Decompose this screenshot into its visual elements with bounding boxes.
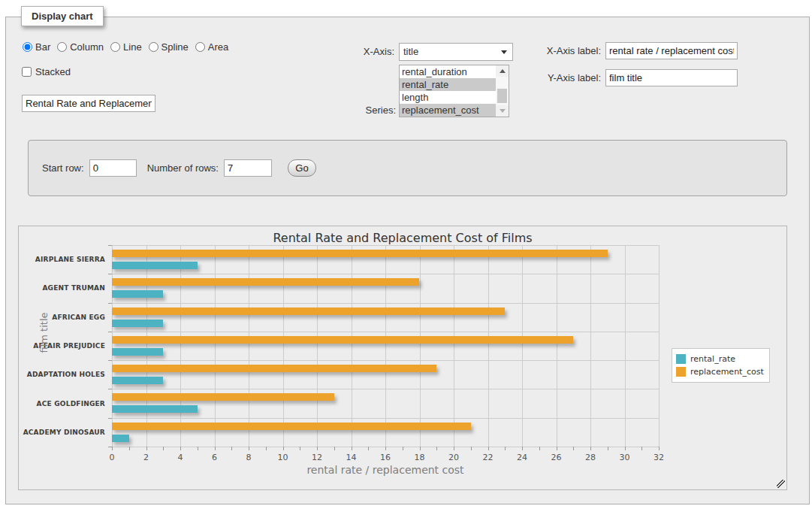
legend-swatch-icon [676,367,686,377]
rows-panel: Start row: Number of rows: Go [28,140,787,196]
gridline-vertical [215,245,216,447]
scroll-down-button[interactable] [496,105,509,117]
legend-series-label: replacement_cost [690,367,764,377]
chart-type-radio-line[interactable] [110,42,120,52]
category-label: AGENT TRUMAN [22,284,109,292]
x-tick-mark [129,447,130,450]
panel-title-label: Display chart [32,11,93,22]
bar-rental_rate [112,290,163,298]
series-scrollbar[interactable] [496,65,509,117]
x-tick-mark [163,447,164,450]
x-tick-label: 26 [547,453,566,462]
legend-item-replacement_cost: replacement_cost [676,365,764,378]
x-tick-mark [436,447,437,450]
x-tick-label: 0 [102,453,122,462]
x-tick-label: 12 [307,453,327,462]
bar-replacement_cost [112,365,436,372]
go-button[interactable]: Go [288,159,316,177]
y-axis-title: film title [38,288,50,378]
category-label: AIRPLANE SIERRA [22,256,109,263]
bar-replacement_cost [112,393,334,401]
bar-rental_rate [112,348,163,356]
x-axis-selected-value: title [403,46,418,57]
arrow-down-icon [500,109,506,113]
x-tick-mark [488,447,489,450]
chart-type-radio-group: BarColumnLineSplineArea [23,41,235,53]
gridline-vertical [317,245,318,447]
x-tick-mark [625,447,626,450]
x-tick-label: 4 [171,453,190,462]
x-axis-select[interactable]: title [399,43,513,61]
chart-type-label: Area [208,41,228,53]
arrow-up-icon [500,69,506,73]
stacked-checkbox[interactable] [22,67,32,77]
x-tick-mark [454,447,454,450]
category-label: ADAPTATION HOLES [22,371,109,378]
x-tick-label: 2 [137,453,156,462]
chart-type-radio-area[interactable] [195,42,205,52]
series-options: rental_durationrental_ratelengthreplacem… [400,65,509,117]
x-tick-mark [522,447,523,450]
x-tick-mark [231,447,232,450]
gridline-horizontal [112,332,659,332]
category-label: AFRICAN EGG [22,314,109,321]
scroll-up-button[interactable] [496,65,509,77]
scrollbar-thumb[interactable] [497,89,507,103]
bar-rental_rate [112,405,198,413]
x-tick-mark [590,447,591,450]
x-tick-mark [215,447,216,450]
x-tick-mark [283,447,284,450]
x-tick-mark [608,447,608,450]
chart-type-label: Column [70,41,104,53]
gridline-horizontal [112,303,659,304]
series-option-replacement_cost[interactable]: replacement_cost [400,104,496,117]
y-axis-label-field-label: Y-Axis label: [526,72,601,83]
x-tick-mark [334,447,335,450]
x-axis-label-field-label: X-Axis label: [526,45,601,56]
gridline-vertical [283,245,284,447]
x-tick-mark [368,447,369,450]
series-option-rental_duration[interactable]: rental_duration [400,65,496,78]
chart-title-input[interactable] [22,95,155,112]
chart-type-label: Spline [161,41,189,53]
x-tick-label: 10 [273,453,293,462]
plot-area: 02468101214161820222426283032 [112,245,659,447]
legend-item-rental_rate: rental_rate [676,353,764,365]
chart-type-option-line: Line [110,41,142,53]
number-of-rows-input[interactable] [224,159,272,177]
gridline-horizontal [112,245,659,246]
chart-type-option-spline: Spline [149,41,189,53]
x-tick-mark [641,447,642,450]
y-tick-mark [108,389,112,389]
series-option-rental_rate[interactable]: rental_rate [400,78,496,91]
bar-replacement_cost [112,278,419,286]
bar-replacement_cost [112,308,505,315]
series-option-length[interactable]: length [400,91,496,104]
bar-rental_rate [112,320,163,327]
series-multiselect[interactable]: rental_durationrental_ratelengthreplacem… [399,65,509,117]
chart-container: Rental Rate and Replacement Cost of Film… [18,226,787,490]
gridline-vertical [112,245,113,447]
resize-grip-icon[interactable] [777,480,785,488]
chart-type-label: Line [123,41,142,53]
gridline-vertical [352,245,352,447]
y-axis-label-input[interactable] [605,69,738,86]
category-label: AFFAIR PREJUDICE [22,342,109,350]
stacked-label: Stacked [35,66,71,77]
category-label: ACADEMY DINOSAUR [22,429,109,436]
gridline-vertical [454,245,454,447]
chart-type-radio-bar[interactable] [23,42,32,52]
x-tick-label: 32 [649,453,669,462]
x-tick-mark [659,447,660,450]
x-tick-label: 20 [444,453,463,462]
bar-rental_rate [112,377,163,384]
chart-type-radio-column[interactable] [57,42,67,52]
x-tick-mark [146,447,147,450]
chart-type-radio-spline[interactable] [149,42,158,52]
x-axis-label-input[interactable] [605,42,738,59]
gridline-horizontal [112,418,659,419]
x-tick-mark [385,447,386,450]
start-row-input[interactable] [89,159,137,177]
chart-type-label: Bar [35,41,50,53]
chart-type-option-column: Column [57,41,104,53]
